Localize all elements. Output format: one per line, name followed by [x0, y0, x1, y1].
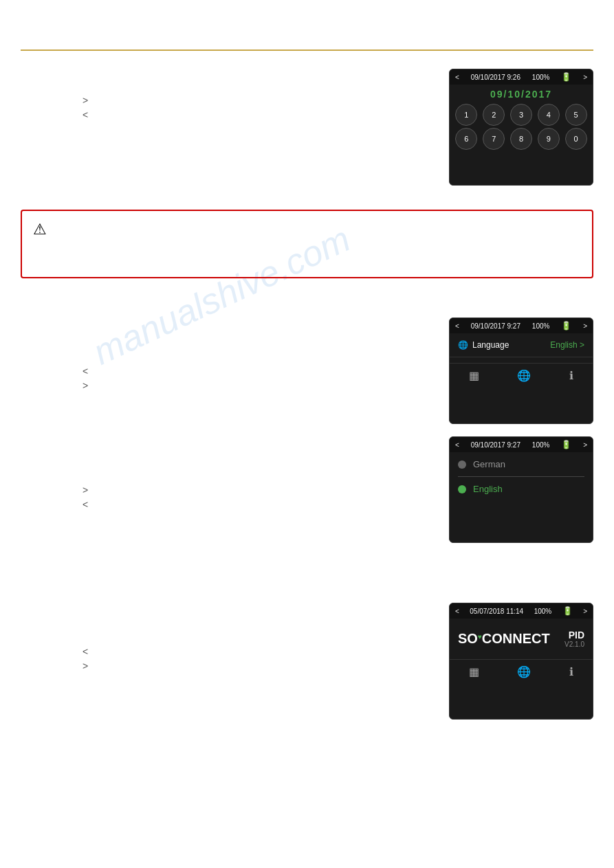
globe-bottom-icon[interactable]: 🌐 — [517, 369, 531, 382]
screen1-datetime: 09/10/2017 9:26 — [471, 74, 520, 81]
screen-so-connect: < 05/07/2018 11:14 100% 🔋 > SO♥CONNECT P… — [449, 603, 593, 720]
key-0[interactable]: 0 — [565, 128, 587, 150]
key-3[interactable]: 3 — [510, 104, 532, 126]
nav-right-1[interactable]: > — [83, 95, 88, 107]
screen4-globe-icon[interactable]: 🌐 — [517, 665, 531, 678]
german-label: German — [473, 459, 505, 469]
nav-left-3[interactable]: < — [83, 499, 88, 511]
language-value: English > — [550, 340, 584, 350]
screen4-battery: 100% — [534, 608, 552, 615]
screen2-datetime: 09/10/2017 9:27 — [471, 322, 520, 330]
nav-right-3[interactable]: > — [83, 485, 88, 496]
nav-right-4[interactable]: > — [83, 660, 88, 672]
english-dot — [458, 485, 466, 493]
key-8[interactable]: 8 — [510, 128, 532, 150]
screen3-datetime: 09/10/2017 9:27 — [471, 441, 520, 449]
screen4-chevron-right[interactable]: > — [583, 608, 587, 615]
screen2-header: < 09/10/2017 9:27 100% 🔋 > — [450, 318, 593, 333]
screen-language-list: < 09/10/2017 9:27 100% 🔋 > German Englis… — [449, 436, 593, 543]
language-option-english[interactable]: English — [450, 477, 593, 501]
so-connect-pid-area: PID V2.1.0 — [564, 630, 584, 648]
nav-right-2[interactable]: > — [83, 380, 88, 392]
screen4-bottom-bar: ▦ 🌐 ℹ — [450, 659, 593, 684]
keypad-row1: 1 2 3 4 5 6 7 8 9 0 — [450, 102, 593, 153]
key-7[interactable]: 7 — [483, 128, 505, 150]
language-label: 🌐 Language — [458, 340, 509, 350]
screen3-chevron-left[interactable]: < — [455, 441, 459, 449]
screen3-header: < 09/10/2017 9:27 100% 🔋 > — [450, 437, 593, 452]
screen1-chevron-right[interactable]: > — [583, 74, 587, 81]
nav-pair-2: < > — [83, 366, 88, 392]
info-icon[interactable]: ℹ — [569, 369, 573, 382]
key-6[interactable]: 6 — [455, 128, 477, 150]
screen-language-settings: < 09/10/2017 9:27 100% 🔋 > 🌐 Language En… — [449, 318, 593, 424]
screen4-header: < 05/07/2018 11:14 100% 🔋 > — [450, 603, 593, 619]
screen1-chevron-left[interactable]: < — [455, 74, 459, 81]
screen-date-entry: < 09/10/2017 9:26 100% 🔋 > 09/10/2017 1 … — [449, 69, 593, 186]
screen2-bottom-bar: ▦ 🌐 ℹ — [450, 363, 593, 388]
warning-box: ⚠ — [21, 210, 593, 278]
date-display: 09/10/2017 — [450, 85, 593, 102]
nav-pair-1: > < — [83, 95, 88, 121]
screen4-info-icon[interactable]: ℹ — [569, 665, 573, 678]
nav-pair-3: > < — [83, 485, 88, 511]
screen2-chevron-left[interactable]: < — [455, 322, 459, 330]
screen4-grid-icon[interactable]: ▦ — [469, 665, 479, 678]
key-4[interactable]: 4 — [538, 104, 560, 126]
warning-icon: ⚠ — [33, 221, 47, 238]
so-connect-pid: PID — [564, 630, 584, 641]
german-dot — [458, 460, 466, 469]
key-5[interactable]: 5 — [565, 104, 587, 126]
key-2[interactable]: 2 — [483, 104, 505, 126]
so-connect-version: V2.1.0 — [564, 641, 584, 648]
screen2-chevron-right[interactable]: > — [583, 322, 587, 330]
screen1-battery: 100% — [532, 74, 550, 81]
nav-left-2[interactable]: < — [83, 366, 88, 377]
language-row[interactable]: 🌐 Language English > — [450, 333, 593, 357]
so-connect-brand: SO♥CONNECT — [458, 631, 550, 647]
english-label: English — [473, 484, 503, 494]
top-rule — [21, 49, 593, 51]
screen2-battery: 100% — [532, 322, 550, 330]
key-9[interactable]: 9 — [538, 128, 560, 150]
nav-pair-4: < > — [83, 646, 88, 672]
nav-left-4[interactable]: < — [83, 646, 88, 658]
screen4-datetime: 05/07/2018 11:14 — [470, 608, 523, 615]
language-option-german[interactable]: German — [450, 452, 593, 476]
key-1[interactable]: 1 — [455, 104, 477, 126]
globe-icon: 🌐 — [458, 340, 468, 350]
nav-left-1[interactable]: < — [83, 109, 88, 121]
screen1-header: < 09/10/2017 9:26 100% 🔋 > — [450, 69, 593, 85]
grid-icon[interactable]: ▦ — [469, 369, 479, 382]
screen4-chevron-left[interactable]: < — [455, 608, 459, 615]
so-connect-area: SO♥CONNECT PID V2.1.0 — [450, 619, 593, 654]
screen3-chevron-right[interactable]: > — [583, 441, 587, 449]
screen3-battery: 100% — [532, 441, 550, 449]
